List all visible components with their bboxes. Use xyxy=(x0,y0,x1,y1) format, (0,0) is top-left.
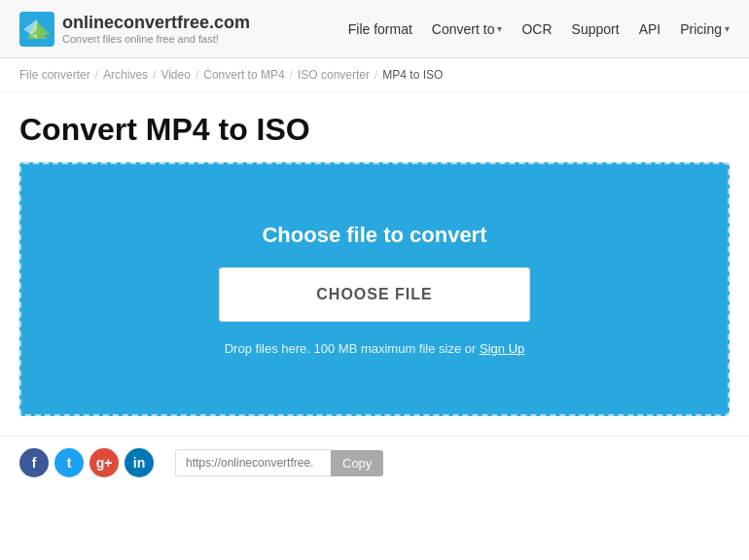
nav-convert-to[interactable]: Convert to ▾ xyxy=(432,21,503,37)
breadcrumb-archives[interactable]: Archives xyxy=(103,68,148,82)
breadcrumb-sep-1: / xyxy=(95,68,98,82)
url-input[interactable] xyxy=(175,449,331,476)
footer-bar: f t g+ in Copy xyxy=(0,436,749,489)
breadcrumb-video[interactable]: Video xyxy=(160,68,190,82)
logo-area: onlineconvertfree.com Convert files onli… xyxy=(19,12,250,47)
nav-ocr[interactable]: OCR xyxy=(521,21,552,37)
breadcrumb-convert-to-mp4[interactable]: Convert to MP4 xyxy=(203,68,284,82)
facebook-icon[interactable]: f xyxy=(19,448,49,477)
choose-file-button[interactable]: CHOOSE FILE xyxy=(219,267,530,322)
logo-title: onlineconvertfree.com xyxy=(62,13,250,33)
breadcrumb-sep-4: / xyxy=(290,68,293,82)
breadcrumb-sep-3: / xyxy=(196,68,198,82)
linkedin-icon[interactable]: in xyxy=(125,448,154,477)
chevron-down-icon: ▾ xyxy=(497,23,502,34)
logo-text-area: onlineconvertfree.com Convert files onli… xyxy=(62,13,250,45)
nav-pricing[interactable]: Pricing ▾ xyxy=(680,21,730,37)
drop-hint: Drop files here. 100 MB maximum file siz… xyxy=(225,341,525,356)
breadcrumb-iso-converter[interactable]: ISO converter xyxy=(298,68,370,82)
nav-file-format[interactable]: File format xyxy=(348,21,412,37)
google-plus-icon[interactable]: g+ xyxy=(89,448,119,477)
nav-support[interactable]: Support xyxy=(572,21,620,37)
copy-button[interactable]: Copy xyxy=(331,450,383,476)
page-title: Convert MP4 to ISO xyxy=(0,92,749,162)
header: onlineconvertfree.com Convert files onli… xyxy=(0,0,749,58)
main-nav: File format Convert to ▾ OCR Support API… xyxy=(348,21,730,37)
drop-zone-title: Choose file to convert xyxy=(262,223,486,248)
breadcrumb-sep-5: / xyxy=(374,68,377,82)
url-share: Copy xyxy=(175,449,383,476)
breadcrumb-file-converter[interactable]: File converter xyxy=(19,68,90,82)
nav-api[interactable]: API xyxy=(639,21,661,37)
sign-up-link[interactable]: Sign Up xyxy=(480,341,524,356)
breadcrumb-current: MP4 to ISO xyxy=(382,68,443,82)
social-icons: f t g+ in xyxy=(19,448,154,477)
chevron-down-icon-pricing: ▾ xyxy=(725,23,730,34)
drop-zone: Choose file to convert CHOOSE FILE Drop … xyxy=(19,162,730,416)
logo-icon xyxy=(19,12,54,47)
logo-subtitle: Convert files online free and fast! xyxy=(62,33,250,45)
breadcrumb-sep-2: / xyxy=(153,68,156,82)
breadcrumb: File converter / Archives / Video / Conv… xyxy=(0,58,749,92)
twitter-icon[interactable]: t xyxy=(54,448,84,477)
